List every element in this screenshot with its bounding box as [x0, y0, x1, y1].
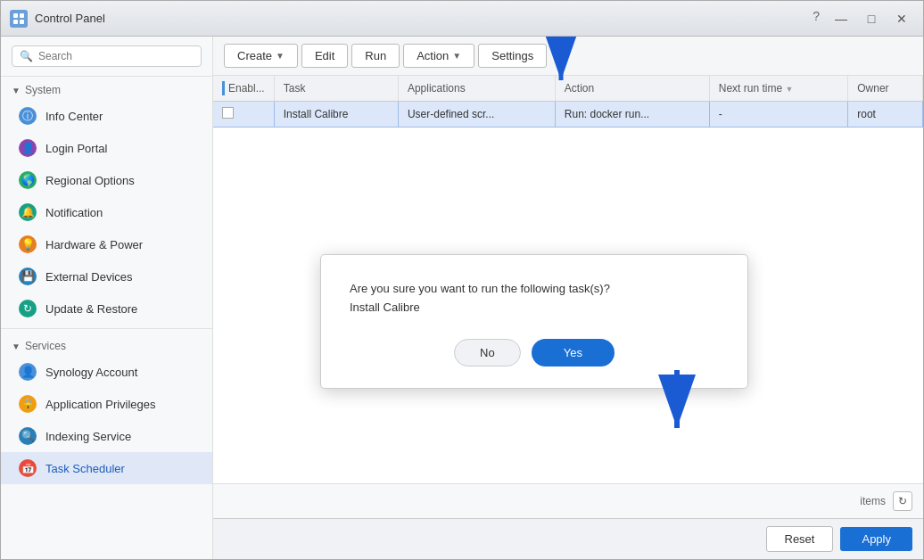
- minimize-button[interactable]: —: [829, 9, 854, 29]
- help-icon[interactable]: ?: [813, 9, 820, 29]
- cell-action: Run: docker run...: [555, 102, 709, 128]
- chevron-down-icon-services: ▼: [12, 342, 21, 351]
- sidebar-item-label: Notification: [45, 206, 103, 219]
- task-scheduler-icon: 📅: [19, 459, 37, 477]
- create-button[interactable]: Create ▼: [224, 44, 298, 68]
- cell-next-run-time: -: [709, 102, 847, 128]
- sidebar-item-label: Application Privileges: [45, 398, 156, 411]
- sidebar-item-hardware-power[interactable]: 💡 Hardware & Power: [1, 228, 212, 260]
- sidebar-item-label: Hardware & Power: [45, 238, 143, 251]
- system-section-label: System: [25, 84, 61, 96]
- sidebar-item-login-portal[interactable]: 👤 Login Portal: [1, 132, 212, 164]
- cell-applications: User-defined scr...: [398, 102, 555, 128]
- confirm-dialog: Are you sure you want to run the followi…: [320, 254, 748, 389]
- sidebar-item-application-privileges[interactable]: 🔒 Application Privileges: [1, 388, 212, 420]
- search-input[interactable]: [38, 50, 194, 62]
- sidebar-item-label: Indexing Service: [45, 430, 131, 443]
- notification-icon: 🔔: [19, 203, 37, 221]
- control-panel-window: Control Panel ? — □ ✕ 🔍 ▼ System ⓘ: [0, 0, 924, 560]
- titlebar-left: Control Panel: [10, 10, 105, 28]
- action-label: Action: [417, 49, 449, 62]
- sidebar-item-synology-account[interactable]: 👤 Synology Account: [1, 356, 212, 388]
- owner-col-label: Owner: [857, 82, 888, 95]
- sidebar-item-label: Update & Restore: [45, 302, 137, 316]
- task-col-label: Task: [284, 82, 306, 95]
- svg-rect-1: [20, 13, 24, 18]
- app-icon: [10, 10, 28, 28]
- chevron-down-icon: ▼: [12, 86, 21, 95]
- sidebar-item-regional-options[interactable]: 🌎 Regional Options: [1, 164, 212, 196]
- items-count-text: items: [860, 495, 886, 507]
- modal-task-name: Install Calibre: [350, 301, 420, 314]
- sidebar-item-label: Task Scheduler: [45, 462, 125, 475]
- table-row[interactable]: Install Calibre User-defined scr... Run:…: [213, 102, 923, 128]
- no-button[interactable]: No: [454, 339, 521, 366]
- sidebar-section-services[interactable]: ▼ Services: [1, 333, 212, 356]
- hardware-power-icon: 💡: [19, 235, 37, 253]
- main-body: 🔍 ▼ System ⓘ Info Center 👤 Login Portal …: [1, 37, 923, 559]
- sidebar-item-info-center[interactable]: ⓘ Info Center: [1, 100, 212, 132]
- login-portal-icon: 👤: [19, 139, 37, 157]
- settings-label: Settings: [491, 49, 533, 62]
- svg-rect-2: [13, 20, 18, 24]
- refresh-button[interactable]: ↻: [893, 491, 912, 511]
- cell-enable: [213, 102, 274, 128]
- sort-arrow-icon: ▼: [785, 85, 793, 94]
- task-table: Enabl... Task Applications: [213, 76, 923, 128]
- sidebar-divider: [1, 328, 212, 329]
- action-button[interactable]: Action ▼: [403, 44, 474, 68]
- indexing-service-icon: 🔍: [19, 427, 37, 445]
- reset-button[interactable]: Reset: [766, 526, 834, 552]
- action-dropdown-arrow: ▼: [452, 51, 461, 61]
- sidebar-item-label: Regional Options: [45, 174, 135, 187]
- run-button[interactable]: Run: [351, 44, 400, 68]
- apply-button[interactable]: Apply: [840, 527, 912, 551]
- info-center-icon: ⓘ: [19, 107, 37, 125]
- sidebar-item-task-scheduler[interactable]: 📅 Task Scheduler: [1, 452, 212, 484]
- content-wrapper: Enabl... Task Applications: [213, 76, 923, 518]
- create-dropdown-arrow: ▼: [276, 51, 285, 61]
- update-restore-icon: ↻: [19, 300, 37, 317]
- sidebar-item-external-devices[interactable]: 💾 External Devices: [1, 260, 212, 292]
- content-area: Create ▼ Edit Run Action ▼ Settings: [213, 37, 923, 559]
- application-privileges-icon: 🔒: [19, 395, 37, 413]
- close-button[interactable]: ✕: [889, 9, 914, 29]
- sidebar-item-label: Info Center: [45, 110, 103, 123]
- enable-checkbox[interactable]: [222, 107, 234, 119]
- sidebar-item-notification[interactable]: 🔔 Notification: [1, 196, 212, 228]
- action-col-label: Action: [565, 82, 594, 95]
- sidebar-item-label: External Devices: [45, 270, 133, 284]
- col-header-owner: Owner: [848, 76, 923, 102]
- sidebar-item-label: Synology Account: [45, 366, 137, 379]
- sidebar-item-label: Login Portal: [45, 142, 107, 155]
- external-devices-icon: 💾: [19, 268, 37, 285]
- yes-button[interactable]: Yes: [532, 339, 615, 366]
- sidebar: 🔍 ▼ System ⓘ Info Center 👤 Login Portal …: [1, 37, 213, 559]
- modal-message-line1: Are you sure you want to run the followi…: [350, 282, 610, 295]
- search-icon: 🔍: [20, 50, 33, 62]
- sidebar-item-update-restore[interactable]: ↻ Update & Restore: [1, 292, 212, 325]
- regional-options-icon: 🌎: [19, 171, 37, 189]
- svg-rect-0: [13, 13, 18, 18]
- col-header-applications: Applications: [398, 76, 555, 102]
- run-label: Run: [365, 49, 386, 62]
- search-box[interactable]: 🔍: [12, 45, 202, 67]
- maximize-button[interactable]: □: [859, 9, 884, 29]
- sidebar-section-system[interactable]: ▼ System: [1, 77, 212, 100]
- edit-button[interactable]: Edit: [301, 44, 348, 68]
- modal-buttons: No Yes: [350, 339, 719, 366]
- blue-line-indicator: [222, 81, 225, 95]
- bottom-bar: items ↻: [213, 483, 923, 518]
- applications-col-label: Applications: [408, 82, 466, 95]
- sidebar-item-indexing-service[interactable]: 🔍 Indexing Service: [1, 420, 212, 452]
- titlebar: Control Panel ? — □ ✕: [1, 1, 923, 37]
- footer: Reset Apply: [213, 518, 923, 559]
- modal-message: Are you sure you want to run the followi…: [350, 280, 719, 317]
- titlebar-controls: ? — □ ✕: [813, 9, 914, 29]
- next-run-time-col-label: Next run time: [719, 82, 782, 95]
- create-label: Create: [237, 49, 272, 62]
- toolbar: Create ▼ Edit Run Action ▼ Settings: [213, 37, 923, 76]
- col-header-action: Action: [555, 76, 709, 102]
- col-header-next-run-time: Next run time ▼: [709, 76, 847, 102]
- settings-button[interactable]: Settings: [478, 44, 547, 68]
